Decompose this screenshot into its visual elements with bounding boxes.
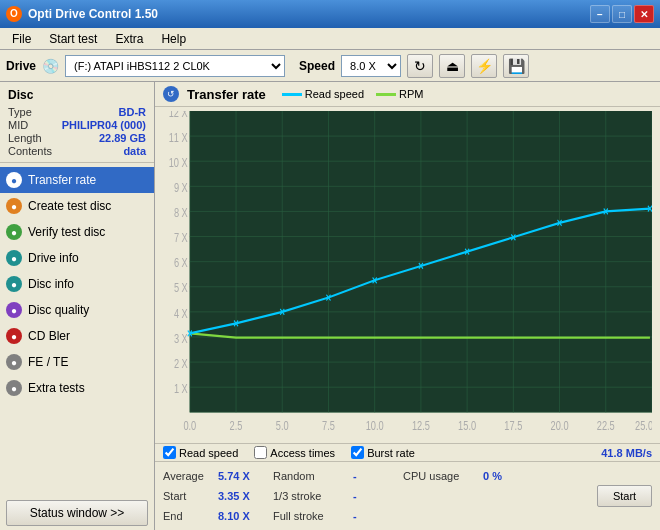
end-label: End — [163, 510, 218, 522]
disc-info-section: Disc TypeBD-RMIDPHILIPR04 (000)Length22.… — [0, 82, 154, 163]
svg-text:25.0 GB: 25.0 GB — [635, 418, 652, 432]
access-times-checkbox[interactable] — [254, 446, 267, 459]
action-button[interactable]: ⚡ — [471, 54, 497, 78]
drive-label: Drive — [6, 59, 36, 73]
disc-row-mid: MIDPHILIPR04 (000) — [8, 119, 146, 131]
svg-text:15.0: 15.0 — [458, 418, 476, 432]
nav-item-fe-te[interactable]: ●FE / TE — [0, 349, 154, 375]
sidebar: Disc TypeBD-RMIDPHILIPR04 (000)Length22.… — [0, 82, 155, 530]
chart-legend: Read speed RPM — [282, 88, 424, 100]
nav-item-disc-quality[interactable]: ●Disc quality — [0, 297, 154, 323]
minimize-button[interactable]: − — [590, 5, 610, 23]
nav-label-disc-quality: Disc quality — [28, 303, 89, 317]
speed-select[interactable]: 8.0 X — [341, 55, 401, 77]
svg-text:7 X: 7 X — [174, 231, 188, 245]
nav-label-verify-test-disc: Verify test disc — [28, 225, 105, 239]
nav-label-extra-tests: Extra tests — [28, 381, 85, 395]
nav-icon-transfer-rate: ● — [6, 172, 22, 188]
menu-start-test[interactable]: Start test — [41, 30, 105, 48]
legend-read-speed-color — [282, 93, 302, 96]
onethird-val: - — [353, 490, 403, 502]
svg-text:12.5: 12.5 — [412, 418, 430, 432]
drive-icon: 💿 — [42, 58, 59, 74]
nav-icon-extra-tests: ● — [6, 380, 22, 396]
nav-item-disc-info[interactable]: ●Disc info — [0, 271, 154, 297]
nav-label-drive-info: Drive info — [28, 251, 79, 265]
eject-button[interactable]: ⏏ — [439, 54, 465, 78]
speed-label: Speed — [299, 59, 335, 73]
cpu-usage-val: 0 % — [483, 470, 533, 482]
nav-item-extra-tests[interactable]: ●Extra tests — [0, 375, 154, 401]
menu-extra[interactable]: Extra — [107, 30, 151, 48]
menu-file[interactable]: File — [4, 30, 39, 48]
nav-label-disc-info: Disc info — [28, 277, 74, 291]
drive-select[interactable]: (F:) ATAPI iHBS112 2 CL0K — [65, 55, 285, 77]
burst-rate-checkbox[interactable] — [351, 446, 364, 459]
svg-text:7.5: 7.5 — [322, 418, 335, 432]
svg-text:0.0: 0.0 — [183, 418, 196, 432]
read-speed-label: Read speed — [179, 447, 238, 459]
svg-text:9 X: 9 X — [174, 181, 188, 195]
maximize-button[interactable]: □ — [612, 5, 632, 23]
onethird-label: 1/3 stroke — [273, 490, 353, 502]
cpu-usage-label: CPU usage — [403, 470, 483, 482]
legend-rpm-label: RPM — [399, 88, 423, 100]
checkbox-read-speed[interactable]: Read speed — [163, 446, 238, 459]
stats-area: Average 5.74 X Random - CPU usage 0 % St… — [155, 461, 660, 530]
nav-icon-verify-test-disc: ● — [6, 224, 22, 240]
svg-text:2 X: 2 X — [174, 356, 188, 370]
svg-text:4 X: 4 X — [174, 306, 188, 320]
app-icon: O — [6, 6, 22, 22]
nav-icon-disc-info: ● — [6, 276, 22, 292]
svg-text:20.0: 20.0 — [551, 418, 569, 432]
access-times-label: Access times — [270, 447, 335, 459]
main-area: Disc TypeBD-RMIDPHILIPR04 (000)Length22.… — [0, 82, 660, 530]
chart-title-icon: ↺ — [163, 86, 179, 102]
nav-icon-create-test-disc: ● — [6, 198, 22, 214]
burst-rate-label: Burst rate — [367, 447, 415, 459]
nav-label-create-test-disc: Create test disc — [28, 199, 111, 213]
nav-items: ●Transfer rate●Create test disc●Verify t… — [0, 163, 154, 496]
nav-label-cd-bler: CD Bler — [28, 329, 70, 343]
menu-bar: File Start test Extra Help — [0, 28, 660, 50]
nav-icon-disc-quality: ● — [6, 302, 22, 318]
checkboxes-row: Read speed Access times Burst rate 41.8 … — [155, 443, 660, 461]
disc-section-title: Disc — [8, 88, 146, 102]
menu-help[interactable]: Help — [153, 30, 194, 48]
end-val: 8.10 X — [218, 510, 273, 522]
random-val: - — [353, 470, 403, 482]
nav-item-verify-test-disc[interactable]: ●Verify test disc — [0, 219, 154, 245]
svg-text:12 X: 12 X — [169, 111, 188, 119]
disc-rows: TypeBD-RMIDPHILIPR04 (000)Length22.89 GB… — [8, 106, 146, 157]
nav-item-drive-info[interactable]: ●Drive info — [0, 245, 154, 271]
close-button[interactable]: ✕ — [634, 5, 654, 23]
fullstroke-val: - — [353, 510, 403, 522]
checkbox-access-times[interactable]: Access times — [254, 446, 335, 459]
svg-text:11 X: 11 X — [169, 130, 188, 144]
legend-rpm-color — [376, 93, 396, 96]
average-val: 5.74 X — [218, 470, 273, 482]
window-controls: − □ ✕ — [590, 5, 654, 23]
nav-item-transfer-rate[interactable]: ●Transfer rate — [0, 167, 154, 193]
svg-text:22.5: 22.5 — [597, 418, 615, 432]
nav-item-cd-bler[interactable]: ●CD Bler — [0, 323, 154, 349]
status-window-button[interactable]: Status window >> — [6, 500, 148, 526]
start-button[interactable]: Start — [597, 485, 652, 507]
save-button[interactable]: 💾 — [503, 54, 529, 78]
drive-bar: Drive 💿 (F:) ATAPI iHBS112 2 CL0K Speed … — [0, 50, 660, 82]
chart-wrapper: 12 X 11 X 10 X 9 X 8 X 7 X 6 X 5 X 4 X 3… — [155, 107, 660, 443]
svg-text:6 X: 6 X — [174, 256, 188, 270]
nav-icon-cd-bler: ● — [6, 328, 22, 344]
stats-row-start: Start 3.35 X 1/3 stroke - Start — [163, 486, 652, 506]
read-speed-checkbox[interactable] — [163, 446, 176, 459]
checkbox-burst-rate[interactable]: Burst rate — [351, 446, 415, 459]
chart-title: Transfer rate — [187, 87, 266, 102]
random-label: Random — [273, 470, 353, 482]
svg-text:3 X: 3 X — [174, 331, 188, 345]
fullstroke-label: Full stroke — [273, 510, 353, 522]
refresh-button[interactable]: ↻ — [407, 54, 433, 78]
start-label: Start — [163, 490, 218, 502]
svg-text:5 X: 5 X — [174, 281, 188, 295]
chart-area: ↺ Transfer rate Read speed RPM — [155, 82, 660, 530]
nav-item-create-test-disc[interactable]: ●Create test disc — [0, 193, 154, 219]
